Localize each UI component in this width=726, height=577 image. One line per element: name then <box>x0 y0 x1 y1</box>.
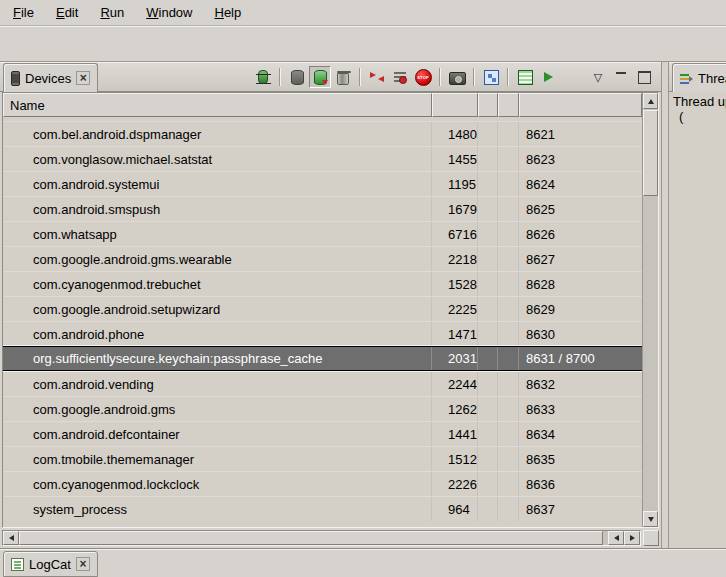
pid-column-header[interactable] <box>432 93 478 117</box>
status-cell <box>478 172 498 196</box>
tab-threads-label: Threads <box>698 71 726 86</box>
update-threads-icon[interactable] <box>366 66 388 88</box>
menu-item-run[interactable]: Run <box>89 1 135 24</box>
view-menu-icon[interactable]: ▽ <box>587 66 609 88</box>
status-cell-2 <box>498 172 519 196</box>
threads-panel: Threads Thread up ( <box>668 62 726 548</box>
start-opengl-trace-icon[interactable] <box>537 66 559 88</box>
port-column-header[interactable] <box>519 93 642 117</box>
status-cell-2 <box>498 347 519 370</box>
view-menu-icon-glyph: ▽ <box>594 72 602 83</box>
close-tab-icon[interactable]: × <box>76 557 90 571</box>
status-cell <box>478 322 498 346</box>
column-header-3[interactable] <box>478 93 498 117</box>
port-cell: 8626 <box>519 222 642 246</box>
cause-gc-icon[interactable] <box>332 66 354 88</box>
menu-item-file[interactable]: File <box>2 1 45 24</box>
process-table: Name com.bel.android.dspmanager14808621c… <box>2 92 659 528</box>
start-method-profiling-icon[interactable] <box>389 66 411 88</box>
threads-icon <box>680 72 693 85</box>
scroll-left-button-2[interactable] <box>608 531 624 545</box>
stop-process-icon[interactable]: STOP <box>412 66 434 88</box>
update-heap-icon[interactable] <box>286 66 308 88</box>
smartphone-icon <box>11 71 20 86</box>
status-cell-2 <box>498 147 519 171</box>
scroll-down-button[interactable] <box>643 511 658 527</box>
pid-cell: 14553 <box>432 147 478 171</box>
toolbar-sep <box>473 68 475 86</box>
pid-cell: 1512 <box>432 447 478 471</box>
vertical-scrollbar[interactable] <box>642 93 658 527</box>
menu-item-edit[interactable]: Edit <box>45 1 89 24</box>
process-name-cell: org.sufficientlysecure.keychain:passphra… <box>3 347 432 370</box>
vertical-scroll-thumb[interactable] <box>643 110 658 196</box>
port-cell: 8624 <box>519 172 642 196</box>
tab-devices[interactable]: Devices × <box>3 63 98 92</box>
pid-cell: 964 <box>432 497 478 521</box>
scroll-left-button[interactable] <box>3 531 19 545</box>
status-cell-2 <box>498 497 519 521</box>
arrow-left-icon <box>9 535 14 541</box>
port-cell: 8623 <box>519 147 642 171</box>
pid-cell: 1480 <box>432 122 478 146</box>
table-row[interactable]: com.android.defcontainer144118634 <box>3 421 642 446</box>
devices-panel: Devices × STOP▽ Name com.bel.android.dsp… <box>0 62 662 548</box>
table-row[interactable]: com.bel.android.dspmanager14808621 <box>3 121 642 146</box>
maximize-icon[interactable] <box>633 66 655 88</box>
pid-cell: 1195 <box>432 172 478 196</box>
name-column-header-label: Name <box>10 98 45 113</box>
table-row[interactable]: com.tmobile.thememanager15128635 <box>3 446 642 471</box>
port-cell: 8634 <box>519 422 642 446</box>
name-column-header[interactable]: Name <box>3 93 432 117</box>
devices-view-toolbar: STOP▽ <box>252 65 655 89</box>
status-cell <box>478 297 498 321</box>
port-cell: 8633 <box>519 397 642 421</box>
dump-view-hierarchy-icon[interactable] <box>480 66 502 88</box>
horizontal-scrollbar[interactable] <box>2 530 641 546</box>
arrow-right-icon <box>630 535 635 541</box>
toolbar-sep <box>359 68 361 86</box>
menu-item-window[interactable]: Window <box>135 1 203 24</box>
minimize-icon[interactable] <box>610 66 632 88</box>
scroll-right-button[interactable] <box>624 531 640 545</box>
port-cell: 8637 <box>519 497 642 521</box>
status-cell <box>478 422 498 446</box>
status-cell-2 <box>498 472 519 496</box>
table-row[interactable]: org.sufficientlysecure.keychain:passphra… <box>3 346 642 371</box>
table-row[interactable]: com.android.phone14718630 <box>3 321 642 346</box>
process-name-cell: com.google.android.gms.wearable <box>3 247 432 271</box>
table-row[interactable]: com.google.android.gms126238633 <box>3 396 642 421</box>
close-tab-icon[interactable]: × <box>76 71 90 85</box>
table-row[interactable]: com.vonglasow.michael.satstat145538623 <box>3 146 642 171</box>
tab-logcat[interactable]: LogCat × <box>3 551 98 577</box>
dump-hprof-icon[interactable] <box>309 66 331 88</box>
status-cell <box>478 397 498 421</box>
table-row[interactable]: com.cyanogenmod.trebuchet15288628 <box>3 271 642 296</box>
table-row[interactable]: com.android.smspush16798625 <box>3 196 642 221</box>
arrow-up-icon <box>648 99 654 104</box>
horizontal-scroll-thumb[interactable] <box>19 531 603 545</box>
port-cell: 8635 <box>519 447 642 471</box>
screen-capture-icon[interactable] <box>446 66 468 88</box>
status-cell-2 <box>498 447 519 471</box>
table-row[interactable]: com.android.systemui11958624 <box>3 171 642 196</box>
table-row[interactable]: com.google.android.setupwizard222508629 <box>3 296 642 321</box>
threads-message-line2: ( <box>673 109 726 124</box>
table-row[interactable]: com.cyanogenmod.lockclock222658636 <box>3 471 642 496</box>
menu-item-help[interactable]: Help <box>203 1 252 24</box>
status-cell-2 <box>498 197 519 221</box>
process-name-cell: com.whatsapp <box>3 222 432 246</box>
column-header-4[interactable] <box>498 93 519 117</box>
table-row[interactable]: com.android.vending224408632 <box>3 371 642 396</box>
scroll-up-button[interactable] <box>643 93 658 109</box>
status-cell <box>478 497 498 521</box>
port-cell: 8631 / 8700 <box>519 347 642 370</box>
status-cell-2 <box>498 247 519 271</box>
debug-process-icon[interactable] <box>252 66 274 88</box>
capture-systrace-icon[interactable] <box>514 66 536 88</box>
table-row[interactable]: com.google.android.gms.wearable221858627 <box>3 246 642 271</box>
tab-threads[interactable]: Threads <box>672 63 726 92</box>
table-row[interactable]: system_process9648637 <box>3 496 642 521</box>
table-row[interactable]: com.whatsapp67168626 <box>3 221 642 246</box>
status-cell-2 <box>498 297 519 321</box>
